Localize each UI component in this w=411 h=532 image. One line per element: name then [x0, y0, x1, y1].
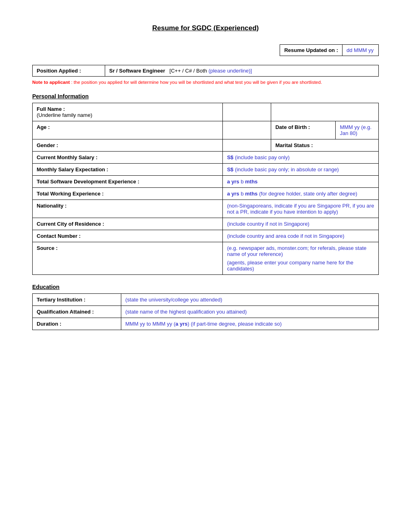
- position-value: Sr / Software Engineer [C++ / C# / Both …: [105, 65, 379, 77]
- education-table: Tertiary Institution : (state the univer…: [32, 293, 379, 330]
- salary-label: Current Monthly Salary :: [33, 152, 223, 164]
- dob-value[interactable]: MMM yy (e.g. Jan 80): [336, 121, 379, 139]
- table-row: Current City of Residence : (include cou…: [33, 218, 379, 230]
- note-text: Note to applicant : the position you app…: [32, 79, 379, 86]
- position-options-hint: (please underline)]: [208, 68, 252, 74]
- position-table: Position Applied : Sr / Software Enginee…: [32, 65, 379, 77]
- qualification-label: Qualification Attained :: [33, 306, 121, 318]
- table-row: Nationality : (non-Singaporeans, indicat…: [33, 200, 379, 218]
- tertiary-label: Tertiary Institution :: [33, 294, 121, 306]
- gender-label: Gender :: [33, 139, 223, 152]
- tertiary-value[interactable]: (state the university/college you attend…: [121, 294, 379, 306]
- salary-exp-value[interactable]: S$ (include basic pay only; in absolute …: [223, 164, 379, 176]
- nationality-label: Nationality :: [33, 200, 223, 218]
- position-title: Sr / Software Engineer: [109, 68, 165, 74]
- salary-value[interactable]: S$ (include basic pay only): [223, 152, 379, 164]
- salary-exp-label: Monthly Salary Expectation :: [33, 164, 223, 176]
- duration-value[interactable]: MMM yy to MMM yy (a yrs) (if part-time d…: [121, 318, 379, 330]
- resume-updated-value[interactable]: dd MMM yy: [342, 45, 378, 56]
- contact-value[interactable]: (include country and area code if not in…: [223, 230, 379, 242]
- table-row: Full Name : (Underline family name): [33, 103, 379, 121]
- marital-label: Marital Status :: [271, 139, 379, 152]
- table-row: Age : Date of Birth : MMM yy (e.g. Jan 8…: [33, 121, 379, 139]
- education-title: Education: [32, 284, 379, 290]
- work-exp-value[interactable]: a yrs b mths (for degree holder, state o…: [223, 188, 379, 200]
- position-label: Position Applied :: [33, 65, 105, 77]
- table-row: Contact Number : (include country and ar…: [33, 230, 379, 242]
- table-row: Current Monthly Salary : S$ (include bas…: [33, 152, 379, 164]
- table-row: Source : (e.g. newspaper ads, monster.co…: [33, 242, 379, 275]
- sw-exp-label: Total Software Development Experience :: [33, 176, 223, 188]
- duration-label: Duration :: [33, 318, 121, 330]
- gender-value[interactable]: [223, 139, 271, 152]
- city-value[interactable]: (include country if not in Singapore): [223, 218, 379, 230]
- table-row: Tertiary Institution : (state the univer…: [33, 294, 379, 306]
- table-row: Monthly Salary Expectation : S$ (include…: [33, 164, 379, 176]
- note-content: : the position you applied for will dete…: [70, 80, 322, 85]
- personal-info-title: Personal Information: [32, 93, 379, 100]
- note-label: Note to applicant: [32, 80, 70, 85]
- table-row: Gender : Marital Status :: [33, 139, 379, 152]
- age-value[interactable]: [223, 121, 271, 139]
- work-exp-label: Total Working Experience :: [33, 188, 223, 200]
- source-label: Source :: [33, 242, 223, 275]
- resume-updated-row: Resume Updated on : dd MMM yy: [32, 44, 379, 56]
- fullname-value[interactable]: [223, 103, 271, 121]
- dob-label: Date of Birth :: [271, 121, 336, 139]
- position-options: [C++ / C# / Both: [170, 68, 207, 74]
- nationality-value[interactable]: (non-Singaporeans, indicate if you are S…: [223, 200, 379, 218]
- qualification-value[interactable]: (state name of the highest qualification…: [121, 306, 379, 318]
- table-row: Total Software Development Experience : …: [33, 176, 379, 188]
- table-row: Total Working Experience : a yrs b mths …: [33, 188, 379, 200]
- contact-label: Contact Number :: [33, 230, 223, 242]
- resume-updated-label: Resume Updated on :: [280, 45, 342, 56]
- personal-info-table: Full Name : (Underline family name) Age …: [32, 103, 379, 275]
- source-value[interactable]: (e.g. newspaper ads, monster.com; for re…: [223, 242, 379, 275]
- age-label: Age :: [33, 121, 223, 139]
- table-row: Qualification Attained : (state name of …: [33, 306, 379, 318]
- resume-updated-box: Resume Updated on : dd MMM yy: [280, 44, 379, 56]
- table-row: Duration : MMM yy to MMM yy (a yrs) (if …: [33, 318, 379, 330]
- city-label: Current City of Residence :: [33, 218, 223, 230]
- sw-exp-value[interactable]: a yrs b mths: [223, 176, 379, 188]
- page-title: Resume for SGDC (Experienced): [32, 24, 379, 32]
- fullname-label: Full Name : (Underline family name): [33, 103, 223, 121]
